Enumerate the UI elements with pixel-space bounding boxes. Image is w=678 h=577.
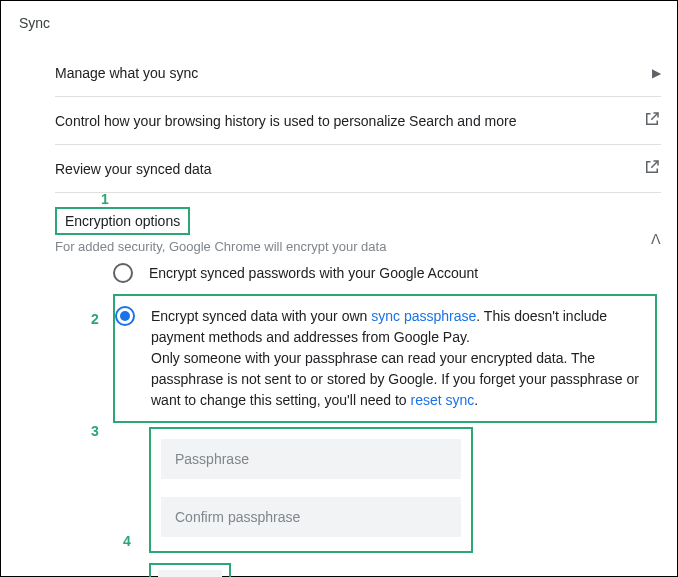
option-label: Encrypt synced data with your own sync p… [151, 306, 655, 411]
annotation-1: 1 [101, 191, 109, 207]
encryption-options-title: Encryption options [55, 207, 190, 235]
page-title: Sync [19, 15, 661, 31]
annotation-3: 3 [91, 423, 99, 439]
confirm-passphrase-input[interactable]: Confirm passphrase [161, 497, 461, 537]
annotation-4: 4 [123, 533, 131, 549]
sync-passphrase-link[interactable]: sync passphrase [371, 308, 476, 324]
encrypt-with-passphrase-option[interactable]: Encrypt synced data with your own sync p… [113, 294, 657, 423]
external-link-icon [643, 110, 661, 131]
row-review-synced-data[interactable]: Review your synced data [55, 145, 661, 193]
chevron-up-icon: ᐱ [651, 231, 661, 247]
reset-sync-link[interactable]: reset sync [411, 392, 475, 408]
encryption-options-subtitle: For added security, Google Chrome will e… [55, 239, 386, 254]
passphrase-fields-group: Passphrase Confirm passphrase [149, 427, 473, 553]
row-manage-sync[interactable]: Manage what you sync ▶ [55, 49, 661, 97]
option-label: Encrypt synced passwords with your Googl… [149, 263, 661, 284]
passphrase-input[interactable]: Passphrase [161, 439, 461, 479]
row-personalize-search[interactable]: Control how your browsing history is use… [55, 97, 661, 145]
radio-checked-icon[interactable] [115, 306, 135, 326]
row-label: Control how your browsing history is use… [55, 113, 516, 129]
row-label: Manage what you sync [55, 65, 198, 81]
annotation-2: 2 [91, 311, 99, 327]
radio-unchecked-icon[interactable] [113, 263, 133, 283]
encrypt-with-google-account-option[interactable]: Encrypt synced passwords with your Googl… [113, 253, 661, 294]
encryption-options-header[interactable]: Encryption options For added security, G… [55, 193, 661, 253]
row-label: Review your synced data [55, 161, 211, 177]
chevron-right-icon: ▶ [652, 66, 661, 80]
save-button-highlight: Save [149, 563, 231, 577]
save-button[interactable]: Save [158, 570, 222, 577]
external-link-icon [643, 158, 661, 179]
